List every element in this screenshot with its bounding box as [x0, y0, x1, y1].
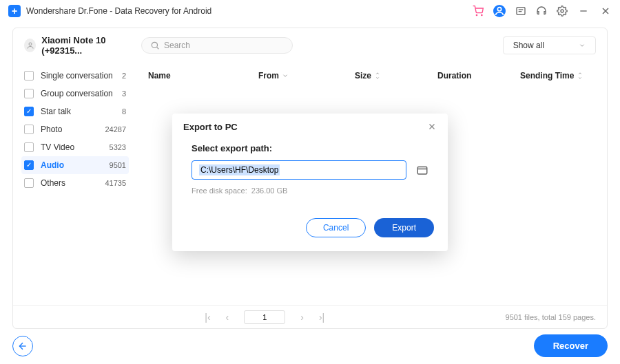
export-path-input[interactable]: C:\Users\HF\Desktop	[192, 160, 406, 180]
svg-rect-16	[417, 167, 427, 174]
browse-folder-icon[interactable]	[416, 164, 428, 176]
modal-title: Export to PC	[183, 122, 427, 132]
cancel-button[interactable]: Cancel	[306, 218, 366, 237]
disk-space-info: Free disk space: 236.00 GB	[192, 186, 428, 195]
export-path-label: Select export path:	[192, 143, 428, 153]
modal-overlay: Export to PC Select export path: C:\User…	[0, 0, 620, 364]
export-modal: Export to PC Select export path: C:\User…	[172, 114, 448, 251]
export-button[interactable]: Export	[374, 218, 434, 237]
close-icon[interactable]	[427, 122, 437, 131]
